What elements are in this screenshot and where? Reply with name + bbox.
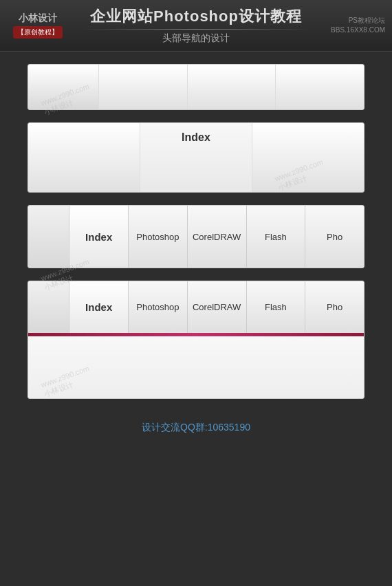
logo: 小林设计 【原创教程】: [7, 5, 69, 46]
nav-bar-4: Index Photoshop CorelDRAW Flash Pho: [28, 281, 364, 333]
nav-cell-3[interactable]: [276, 65, 364, 109]
header-title: 企业网站Photoshop设计教程 头部导航的设计: [69, 6, 323, 45]
nav-item-pho-label: Pho: [327, 232, 342, 242]
nav-cell-2[interactable]: [188, 65, 276, 109]
nav-content-area: [28, 336, 364, 398]
nav-item-pho[interactable]: Pho: [305, 206, 364, 268]
nav-item-coreldraw-label: CorelDRAW: [193, 232, 241, 242]
nav-cell-index[interactable]: Index: [140, 123, 252, 192]
nav4-item-photoshop[interactable]: Photoshop: [129, 281, 188, 333]
demo-section-3: Index Photoshop CorelDRAW Flash Pho: [28, 205, 364, 268]
logo-badge: 【原创教程】: [13, 26, 63, 39]
nav-bar-1: [28, 65, 364, 109]
title-main: 企业网站Photoshop设计教程: [69, 6, 323, 27]
nav-cell-spacer-3: [28, 206, 69, 268]
nav4-item-index-label: Index: [85, 301, 112, 313]
site-info: PS教程论坛 BBS.16XX8.COM: [323, 16, 385, 35]
footer: 设计交流QQ群:10635190: [0, 411, 392, 444]
nav-item-photoshop[interactable]: Photoshop: [129, 206, 188, 268]
site-line2: BBS.16XX8.COM: [323, 25, 385, 35]
demo-box-3: Index Photoshop CorelDRAW Flash Pho: [28, 205, 364, 268]
demo-box-2: Index: [28, 122, 364, 193]
nav4-item-coreldraw-label: CorelDRAW: [193, 302, 241, 312]
nav-item-index[interactable]: Index: [69, 206, 129, 268]
logo-chinese: 小林设计: [19, 12, 57, 25]
title-sub: 头部导航的设计: [69, 32, 323, 45]
nav4-item-pho[interactable]: Pho: [305, 281, 364, 333]
nav-item-flash[interactable]: Flash: [247, 206, 306, 268]
demo-section-2: Index: [28, 122, 364, 193]
nav-item-index-label: Index: [85, 231, 112, 243]
nav-item-flash-label: Flash: [265, 232, 287, 242]
nav-bar-4-wrapper: Index Photoshop CorelDRAW Flash Pho: [28, 281, 364, 398]
nav-cell-1[interactable]: [99, 65, 188, 109]
nav-cell-spacer-2: [28, 123, 140, 192]
nav-bar-2: Index: [28, 123, 364, 192]
demo-section-1: [28, 64, 364, 110]
nav4-item-flash[interactable]: Flash: [247, 281, 306, 333]
demo-section-4: Index Photoshop CorelDRAW Flash Pho: [28, 281, 364, 399]
nav-cell-spacer-1: [28, 65, 99, 109]
nav-cell-spacer-4: [28, 281, 69, 333]
nav-cell-empty-1: [252, 123, 364, 192]
nav4-item-coreldraw[interactable]: CorelDRAW: [188, 281, 247, 333]
nav4-item-photoshop-label: Photoshop: [136, 302, 179, 312]
nav4-item-pho-label: Pho: [327, 302, 342, 312]
site-line1: PS教程论坛: [323, 16, 385, 25]
demo-box-1: [28, 64, 364, 110]
nav-bar-3: Index Photoshop CorelDRAW Flash Pho: [28, 206, 364, 268]
demo-box-4: Index Photoshop CorelDRAW Flash Pho: [28, 281, 364, 399]
header: 小林设计 【原创教程】 企业网站Photoshop设计教程 头部导航的设计 PS…: [0, 0, 392, 52]
nav-item-coreldraw[interactable]: CorelDRAW: [188, 206, 247, 268]
title-divider: [83, 29, 309, 30]
index-label: Index: [182, 131, 210, 144]
nav-item-photoshop-label: Photoshop: [136, 232, 179, 242]
footer-text: 设计交流QQ群:10635190: [142, 422, 250, 433]
nav4-item-flash-label: Flash: [265, 302, 287, 312]
nav4-item-index[interactable]: Index: [69, 281, 129, 333]
